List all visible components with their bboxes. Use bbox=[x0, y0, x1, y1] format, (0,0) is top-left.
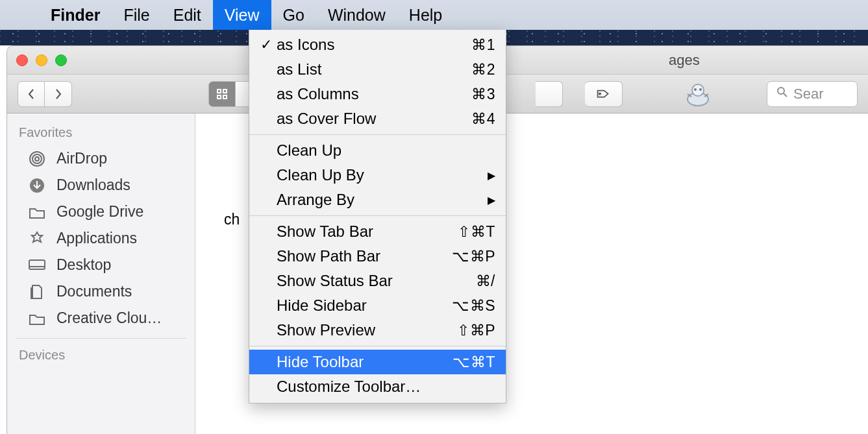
sidebar: Favorites AirDrop Downloads Google Drive bbox=[7, 114, 195, 434]
menu-separator bbox=[249, 346, 506, 346]
search-placeholder-text: Sear bbox=[793, 86, 823, 102]
menu-item-hide-toolbar[interactable]: Hide Toolbar ⌥⌘T bbox=[249, 350, 506, 374]
sidebar-item-applications[interactable]: Applications bbox=[7, 225, 195, 252]
svg-point-7 bbox=[694, 88, 697, 91]
sidebar-item-label: Desktop bbox=[56, 256, 111, 274]
menubar-item-window[interactable]: Window bbox=[316, 0, 397, 30]
svg-rect-1 bbox=[223, 90, 227, 93]
menu-item-as-coverflow[interactable]: as Cover Flow ⌘4 bbox=[249, 106, 506, 131]
automator-icon[interactable] bbox=[684, 78, 712, 110]
sidebar-item-google-drive[interactable]: Google Drive bbox=[7, 199, 195, 225]
sidebar-item-downloads[interactable]: Downloads bbox=[7, 172, 195, 199]
chevron-right-icon bbox=[54, 88, 63, 100]
sidebar-item-label: Applications bbox=[56, 230, 137, 247]
back-button[interactable] bbox=[18, 81, 45, 107]
checkmark-icon: ✓ bbox=[257, 36, 275, 53]
menu-item-show-path-bar[interactable]: Show Path Bar ⌥⌘P bbox=[249, 244, 506, 269]
share-button-partial[interactable] bbox=[536, 81, 563, 107]
item-label-partial: ch bbox=[224, 211, 240, 228]
sidebar-item-documents[interactable]: Documents bbox=[7, 278, 195, 305]
menu-item-as-columns[interactable]: as Columns ⌘3 bbox=[249, 82, 506, 106]
svg-rect-3 bbox=[223, 95, 227, 99]
svg-rect-2 bbox=[217, 95, 221, 99]
sidebar-header-devices: Devices bbox=[7, 345, 195, 368]
svg-point-4 bbox=[599, 93, 601, 95]
menu-label: Customize Toolbar… bbox=[275, 378, 495, 396]
menu-shortcut: ⌘3 bbox=[471, 86, 495, 103]
menu-label: Show Tab Bar bbox=[275, 223, 458, 241]
menu-separator bbox=[249, 134, 506, 135]
sidebar-item-airdrop[interactable]: AirDrop bbox=[7, 145, 195, 172]
nav-buttons bbox=[18, 81, 72, 107]
submenu-arrow-icon: ▶ bbox=[488, 169, 495, 182]
sidebar-item-label: Downloads bbox=[56, 176, 130, 194]
menu-item-show-tab-bar[interactable]: Show Tab Bar ⇧⌘T bbox=[249, 219, 506, 244]
search-field[interactable]: Sear bbox=[767, 81, 858, 107]
menu-item-as-icons[interactable]: ✓ as Icons ⌘1 bbox=[249, 32, 506, 57]
menu-shortcut: ⇧⌘T bbox=[458, 223, 495, 241]
view-menu-dropdown: ✓ as Icons ⌘1 as List ⌘2 as Columns ⌘3 a… bbox=[249, 30, 506, 404]
minimize-button[interactable] bbox=[36, 54, 47, 66]
menu-shortcut: ⌥⌘S bbox=[452, 297, 495, 315]
menubar-item-go[interactable]: Go bbox=[271, 0, 316, 30]
svg-rect-0 bbox=[217, 90, 221, 93]
menubar-item-view[interactable]: View bbox=[213, 0, 271, 30]
menu-item-clean-up-by[interactable]: Clean Up By ▶ bbox=[249, 163, 506, 187]
view-icons-button[interactable] bbox=[208, 81, 236, 107]
menu-label: Clean Up By bbox=[275, 166, 488, 184]
traffic-lights bbox=[16, 54, 67, 66]
menu-item-arrange-by[interactable]: Arrange By ▶ bbox=[249, 187, 506, 212]
sidebar-item-label: AirDrop bbox=[56, 150, 107, 167]
close-button[interactable] bbox=[16, 54, 28, 66]
menu-shortcut: ⌘2 bbox=[471, 61, 495, 78]
menu-label: Show Path Bar bbox=[275, 247, 452, 265]
menu-shortcut: ⌘1 bbox=[471, 36, 495, 54]
menu-label: Hide Toolbar bbox=[275, 353, 453, 371]
menu-shortcut: ⌘/ bbox=[476, 272, 495, 290]
menu-item-as-list[interactable]: as List ⌘2 bbox=[249, 57, 506, 82]
sidebar-item-label: Creative Clou… bbox=[56, 309, 162, 327]
forward-button[interactable] bbox=[45, 81, 72, 107]
menu-label: Hide Sidebar bbox=[275, 296, 452, 315]
menu-label: as Cover Flow bbox=[275, 110, 471, 128]
sidebar-divider bbox=[16, 338, 186, 339]
menubar-app-name[interactable]: Finder bbox=[39, 0, 112, 30]
menubar: Finder File Edit View Go Window Help bbox=[0, 0, 868, 30]
applications-icon bbox=[27, 230, 47, 247]
menu-item-hide-sidebar[interactable]: Hide Sidebar ⌥⌘S bbox=[249, 293, 506, 318]
sidebar-item-label: Documents bbox=[56, 283, 132, 300]
menu-label: Arrange By bbox=[275, 191, 488, 209]
svg-point-12 bbox=[32, 154, 42, 163]
window-title-text: ages bbox=[669, 52, 700, 68]
folder-icon bbox=[27, 205, 47, 219]
sidebar-item-label: Google Drive bbox=[56, 203, 143, 221]
menu-shortcut: ⇧⌘P bbox=[457, 322, 495, 339]
robot-icon bbox=[684, 80, 712, 108]
svg-point-11 bbox=[35, 157, 39, 161]
menu-label: Show Status Bar bbox=[275, 272, 476, 290]
menubar-item-edit[interactable]: Edit bbox=[162, 0, 213, 30]
submenu-arrow-icon: ▶ bbox=[488, 194, 495, 206]
menu-item-customize-toolbar[interactable]: Customize Toolbar… bbox=[249, 374, 506, 399]
desktop-icon bbox=[27, 258, 47, 272]
chevron-left-icon bbox=[27, 88, 36, 100]
menu-item-show-status-bar[interactable]: Show Status Bar ⌘/ bbox=[249, 269, 506, 293]
menu-label: Clean Up bbox=[275, 141, 495, 160]
sidebar-item-creative-cloud[interactable]: Creative Clou… bbox=[7, 305, 195, 332]
menubar-item-help[interactable]: Help bbox=[397, 0, 454, 30]
tags-button[interactable] bbox=[585, 81, 623, 107]
menu-shortcut: ⌘4 bbox=[471, 110, 495, 128]
svg-point-9 bbox=[778, 88, 784, 94]
menubar-item-file[interactable]: File bbox=[112, 0, 161, 30]
airdrop-icon bbox=[27, 151, 47, 167]
zoom-button[interactable] bbox=[55, 54, 67, 66]
folder-icon bbox=[27, 311, 47, 326]
menu-item-clean-up[interactable]: Clean Up bbox=[249, 138, 506, 163]
menu-item-show-preview[interactable]: Show Preview ⇧⌘P bbox=[249, 318, 506, 343]
tag-icon bbox=[596, 89, 610, 99]
menu-separator bbox=[249, 215, 506, 216]
menu-shortcut: ⌥⌘T bbox=[453, 354, 495, 371]
menu-label: as Icons bbox=[275, 36, 471, 54]
sidebar-item-desktop[interactable]: Desktop bbox=[7, 252, 195, 278]
menu-label: as Columns bbox=[275, 85, 471, 103]
